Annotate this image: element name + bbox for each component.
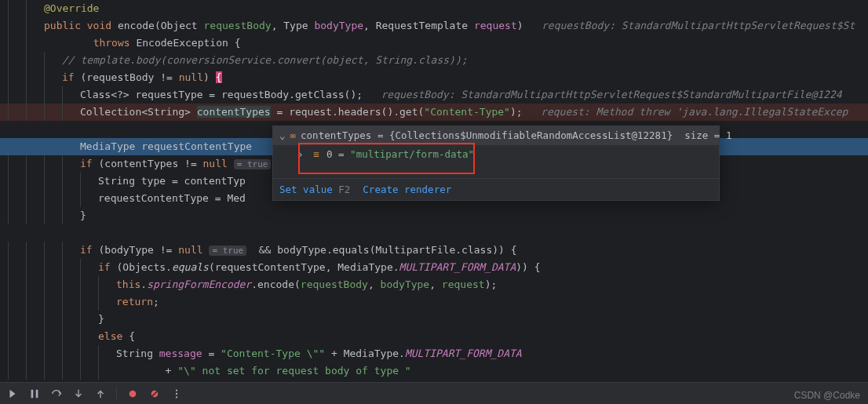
popup-footer: Set value F2 Create renderer [273, 178, 719, 200]
exception-type: EncodeException [136, 37, 228, 49]
type: Collection [80, 106, 141, 118]
svg-rect-0 [31, 389, 34, 398]
method-call: equals [172, 261, 209, 273]
svg-point-6 [176, 392, 177, 394]
view-breakpoints-icon[interactable] [126, 388, 139, 400]
method-call: encode [257, 278, 294, 290]
var: requestContentType [215, 261, 326, 273]
comment: // template.body(conversionService.conve… [62, 54, 468, 66]
svg-rect-1 [36, 389, 38, 398]
op: + [325, 348, 343, 359]
resume-icon[interactable] [6, 388, 19, 400]
constant: MULTIPART_FORM_DATA [399, 261, 516, 273]
inline-value-hint: = true [234, 159, 272, 169]
keyword-throws: throws [93, 37, 130, 49]
create-renderer-link[interactable]: Create renderer [363, 184, 451, 195]
arg: requestBody [301, 278, 368, 290]
popup-index-value: "multipart/form-data" [350, 148, 474, 160]
var-trunc: contentTyp [184, 175, 246, 187]
step-over-icon[interactable] [50, 388, 63, 400]
chevron-down-icon[interactable]: ⌄ [279, 126, 286, 145]
annotation: @Override [44, 2, 99, 14]
mute-breakpoints-icon[interactable] [148, 388, 161, 400]
method-call: headers [338, 106, 381, 118]
popup-item-row[interactable]: › ≡ 0 = "multipart/form-data" [273, 145, 719, 164]
keyword-else: else [98, 330, 122, 342]
var: requestContentType [98, 192, 209, 204]
keyword-if: if [80, 244, 93, 256]
arg: request [442, 278, 485, 290]
keyword-if: if [62, 71, 75, 83]
svg-point-7 [176, 396, 177, 398]
var: type [141, 175, 166, 187]
string-literal: "\" not set for request body of type " [177, 365, 410, 377]
var: requestBody [86, 71, 154, 83]
inline-hint: request: Method threw 'java.lang.Illegal… [541, 106, 848, 118]
method-call: get [399, 106, 418, 118]
var: message [159, 348, 202, 359]
method-call: getClass [295, 89, 345, 100]
constant: MULTIPART_FORM_DATA [405, 348, 522, 359]
method-name: encode [118, 20, 155, 31]
debugger-value-popup[interactable]: ⌄ ∞ contentTypes = {Collections$Unmodifi… [272, 126, 720, 201]
field: springFormEncoder [147, 278, 251, 290]
chevron-right-icon[interactable]: › [295, 145, 306, 164]
keyword-void: void [87, 20, 111, 31]
shortcut-hint: F2 [338, 184, 350, 195]
type: Type [283, 20, 308, 31]
step-into-icon[interactable] [72, 388, 85, 400]
type: Objects [122, 261, 166, 273]
popup-index: 0 [326, 148, 333, 160]
keyword-public: public [44, 20, 81, 31]
string-literal: "Content-Type" [424, 106, 510, 118]
keyword-this: this [116, 278, 140, 290]
param: requestBody [204, 20, 272, 31]
svg-point-2 [129, 390, 137, 397]
more-icon[interactable] [170, 388, 183, 400]
infinity-icon: ∞ [290, 126, 297, 145]
type: String [98, 175, 135, 187]
keyword-null: null [178, 244, 202, 256]
type: MediaType [344, 348, 399, 359]
arg: bodyType [381, 278, 430, 290]
list-index-icon: ≡ [311, 145, 322, 164]
svg-point-5 [176, 389, 177, 391]
type: MediaType [337, 261, 392, 273]
keyword-return: return [116, 296, 153, 308]
type: MediaType [80, 140, 135, 152]
keyword-if: if [98, 261, 111, 273]
trunc: Med [227, 192, 245, 204]
var: bodyType [277, 244, 326, 256]
type: MultipartFile [376, 244, 456, 256]
type: String [148, 106, 184, 118]
method-call: equals [333, 244, 370, 256]
type-object: Object [161, 20, 198, 31]
popup-header-row[interactable]: ⌄ ∞ contentTypes = {Collections$Unmodifi… [273, 126, 719, 145]
var: bodyType [104, 244, 154, 256]
var: requestBody [221, 89, 289, 100]
set-value-link[interactable]: Set value [279, 184, 333, 195]
inline-hint: requestBody: StandardMultipartHttpServle… [381, 89, 842, 100]
keyword-null: null [179, 71, 203, 83]
var: requestType [135, 89, 202, 100]
step-out-icon[interactable] [94, 388, 107, 400]
class-literal: .class [455, 244, 492, 256]
popup-var-value: {Collections$UnmodifiableRandomAccessLis… [389, 129, 732, 141]
popup-var-name: contentTypes [301, 129, 371, 141]
string-literal: "Content-Type \"" [221, 348, 325, 359]
keyword-if: if [80, 158, 93, 169]
type: String [116, 348, 153, 359]
inline-hint: requestBody: StandardMultipartHttpServle… [542, 20, 855, 31]
debug-toolbar [0, 382, 868, 404]
wildcard: <?> [111, 89, 129, 100]
inline-value-hint: = true [209, 246, 246, 256]
caret: { [216, 71, 222, 83]
type: RequestTemplate [376, 20, 468, 31]
param: request [474, 20, 517, 31]
pause-icon[interactable] [28, 388, 41, 400]
var-highlighted: contentTypes [197, 106, 271, 118]
var: requestContentType [141, 140, 252, 152]
var: request [289, 106, 332, 118]
separator [116, 388, 117, 400]
eq: = [371, 129, 389, 141]
